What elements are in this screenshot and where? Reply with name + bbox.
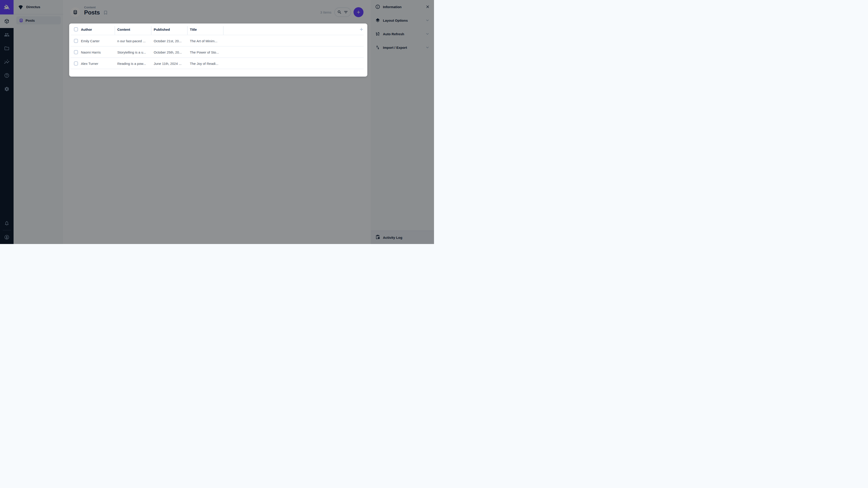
- module-bar-bottom: [0, 217, 13, 244]
- module-content[interactable]: [0, 14, 13, 28]
- cell-published: October 21st, 20...: [151, 39, 187, 43]
- activity-log-button[interactable]: Activity Log: [371, 230, 434, 244]
- rabbit-icon: [3, 4, 10, 11]
- cell-title: The Joy of Readi...: [187, 62, 223, 66]
- cell-content: Reading is a pow...: [115, 62, 151, 66]
- table-footer-spacer: [69, 69, 367, 76]
- expand-auto-refresh-button[interactable]: [425, 31, 430, 36]
- module-settings[interactable]: [0, 82, 13, 96]
- database-icon: [19, 18, 23, 23]
- search-filter-pill: [334, 7, 351, 17]
- settings-gear-icon: [4, 86, 9, 92]
- account-circle-icon: [4, 234, 9, 240]
- insights-icon: [4, 59, 9, 65]
- cell-author: Alex Turner: [78, 62, 115, 66]
- project-switcher[interactable]: Directus: [13, 0, 63, 14]
- bell-icon: [4, 221, 9, 226]
- add-field-button[interactable]: [359, 27, 364, 32]
- expand-import-export-button[interactable]: [425, 45, 430, 50]
- cell-content: Storytelling is a u...: [115, 51, 151, 54]
- cell-title: The Power of Sto...: [187, 51, 223, 54]
- box-icon: [4, 19, 9, 24]
- column-divider[interactable]: [223, 26, 223, 35]
- layers-icon: [375, 18, 380, 23]
- table-row[interactable]: Alex Turner Reading is a pow... June 11t…: [69, 58, 367, 69]
- cell-author: Naomi Harris: [78, 51, 115, 54]
- cell-published: October 25th, 20...: [151, 51, 187, 54]
- sidebar-section-label: Information: [383, 5, 423, 9]
- chevron-down-icon: [425, 18, 430, 23]
- cell-content: n our fast-paced ...: [115, 39, 151, 43]
- account-button[interactable]: [0, 230, 13, 244]
- folder-icon: [4, 46, 9, 51]
- sidebar-section-auto-refresh[interactable]: Auto Refresh: [371, 27, 434, 41]
- row-checkbox[interactable]: [74, 39, 78, 43]
- column-divider[interactable]: [151, 26, 151, 35]
- column-header-title[interactable]: Title: [187, 28, 223, 31]
- swap-vert-icon: [375, 45, 380, 50]
- item-count: 3 Items: [320, 10, 331, 14]
- help-icon: [4, 73, 9, 78]
- column-divider[interactable]: [187, 26, 188, 35]
- title-row: Posts: [84, 9, 108, 16]
- search-icon: [337, 10, 342, 14]
- chevron-down-icon: [425, 31, 430, 36]
- column-header-author[interactable]: Author: [78, 28, 115, 31]
- chevron-down-icon: [425, 45, 430, 50]
- database-icon: [73, 10, 78, 15]
- row-checkbox[interactable]: [74, 50, 78, 54]
- module-docs[interactable]: [0, 69, 13, 82]
- cell-title: The Art of Minim...: [187, 39, 223, 43]
- sidebar-section-layout-options[interactable]: Layout Options: [371, 13, 434, 27]
- create-item-button[interactable]: [353, 7, 364, 17]
- breadcrumb[interactable]: Content: [84, 6, 96, 9]
- users-icon: [4, 32, 9, 37]
- plus-icon: [356, 10, 361, 15]
- activity-log-label: Activity Log: [383, 236, 402, 239]
- right-sidebar: Information Layout Options Auto Refr: [371, 0, 434, 244]
- project-name: Directus: [26, 5, 40, 9]
- close-sidebar-button[interactable]: [426, 4, 430, 9]
- row-checkbox[interactable]: [74, 61, 78, 66]
- nav-item-label: Posts: [26, 19, 35, 22]
- cell-author: Emily Carter: [78, 39, 115, 43]
- table-row[interactable]: Emily Carter n our fast-paced ... Octobe…: [69, 35, 367, 46]
- page-title: Posts: [84, 9, 100, 16]
- plus-icon: [359, 27, 364, 32]
- clipboard-clock-icon: [375, 234, 380, 240]
- column-header-published[interactable]: Published: [151, 28, 187, 31]
- search-button[interactable]: [337, 10, 342, 14]
- module-bar: [0, 0, 13, 244]
- column-divider[interactable]: [115, 26, 115, 35]
- module-nav: [0, 14, 13, 96]
- select-all-checkbox[interactable]: [74, 27, 78, 31]
- module-users[interactable]: [0, 28, 13, 41]
- collection-icon-button[interactable]: [70, 7, 80, 17]
- module-files[interactable]: [0, 41, 13, 55]
- close-icon: [426, 4, 430, 9]
- nav-item-posts[interactable]: Posts: [16, 16, 61, 24]
- sidebar-section-label: Import / Export: [383, 46, 422, 50]
- project-logo-icon: [18, 4, 24, 10]
- info-icon: [375, 4, 380, 9]
- filter-button[interactable]: [344, 10, 348, 14]
- column-header-content[interactable]: Content: [115, 28, 151, 31]
- posts-table-card: Author Content Published Title Emily Car…: [69, 24, 367, 76]
- header-actions: 3 Items: [320, 7, 364, 17]
- module-insights[interactable]: [0, 55, 13, 69]
- expand-layout-options-button[interactable]: [425, 18, 430, 23]
- notifications-button[interactable]: [0, 217, 13, 230]
- directus-logo[interactable]: [0, 0, 13, 14]
- sidebar-section-label: Layout Options: [383, 19, 422, 22]
- filter-icon: [344, 10, 348, 14]
- cell-published: June 11th, 2024 ...: [151, 62, 187, 66]
- sidebar-section-import-export[interactable]: Import / Export: [371, 41, 434, 54]
- bookmark-icon: [103, 10, 108, 15]
- nav-sidebar: Directus Posts: [13, 0, 63, 244]
- table-header-row: Author Content Published Title: [69, 24, 367, 35]
- sync-disabled-icon: [375, 31, 380, 36]
- directus-app: Directus Posts Content Posts: [0, 0, 434, 244]
- table-row[interactable]: Naomi Harris Storytelling is a u... Octo…: [69, 46, 367, 58]
- sidebar-section-information[interactable]: Information: [371, 0, 434, 13]
- bookmark-button[interactable]: [103, 10, 108, 15]
